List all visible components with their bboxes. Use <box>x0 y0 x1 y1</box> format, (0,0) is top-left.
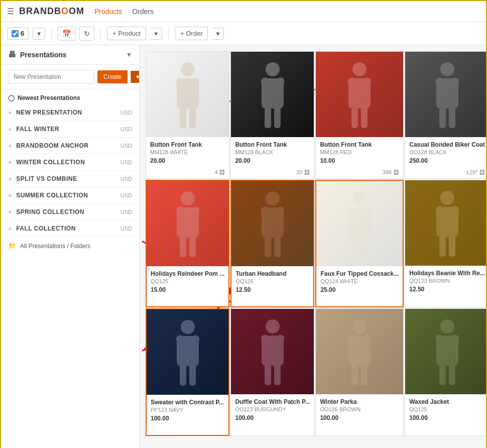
product-info-6: Faux Fur Tipped Cossack... QQ124 WHITE 2… <box>316 266 403 297</box>
add-order-btn[interactable]: + Order <box>175 27 208 40</box>
product-card-7[interactable]: Holidays Beanie With Re... QQ123 BROWN 1… <box>405 180 486 307</box>
sidebar-item-plus-icon: + <box>8 208 12 216</box>
sidebar-item-currency: USD <box>120 192 132 198</box>
product-price-7: 12.50 <box>409 286 485 293</box>
svg-rect-21 <box>361 107 368 128</box>
svg-point-22 <box>440 62 454 76</box>
product-image-1 <box>231 52 314 137</box>
selected-count: 6 <box>21 30 24 37</box>
product-price-2: 10.00 <box>320 157 399 164</box>
product-name-6: Faux Fur Tipped Cossack... <box>320 270 399 277</box>
product-image-5 <box>231 181 313 266</box>
product-image-7 <box>405 180 486 266</box>
product-sku-4: QQ125 <box>151 278 224 284</box>
svg-rect-74 <box>439 364 446 385</box>
select-count-checkbox[interactable]: 6 <box>7 27 29 40</box>
calendar-icon-btn[interactable]: 📅 <box>58 27 75 41</box>
sidebar-chevron-icon[interactable]: ▼ <box>126 51 132 58</box>
folder-icon: 📁 <box>8 242 16 250</box>
product-card-4[interactable]: Holidays Reindeer Pom ... QQ125 15.00 <box>146 180 229 307</box>
newest-presentations-label: Newest Presentations <box>18 94 80 101</box>
product-info-8: Sweater with Contrast P... PP123 NAVY 10… <box>147 395 228 426</box>
count-dropdown-btn[interactable]: ▼ <box>33 28 45 40</box>
product-card-5[interactable]: Turban Headband QQ125 12.50 <box>230 180 314 307</box>
svg-rect-75 <box>449 364 455 385</box>
product-name-2: Button Front Tank <box>320 141 399 148</box>
sidebar-item-plus-icon: + <box>8 191 12 199</box>
new-presentation-form: Create ▼ <box>1 65 139 89</box>
content-area: Button Front Tank MM128 WHITE 20.00 4 🖼 <box>140 45 486 448</box>
product-name-0: Button Front Tank <box>150 141 225 148</box>
product-name-7: Holidays Beanie With Re... <box>409 270 485 277</box>
product-card-10[interactable]: Winter Parka OO126 BROWN 100.00 <box>315 308 404 436</box>
sidebar-item-label: FALL WINTER <box>16 126 120 133</box>
product-name-3: Casual Bonded Biker Coat <box>409 141 485 148</box>
product-name-11: Waxed Jacket <box>409 398 485 405</box>
sidebar-item-1[interactable]: + FALL WINTER USD <box>1 121 139 138</box>
product-card-8[interactable]: Sweater with Contrast P... PP123 NAVY 10… <box>146 308 229 436</box>
main-layout: 🖶 Presentations ▼ Create ▼ ◯ Newest Pres… <box>1 45 486 448</box>
nav-orders[interactable]: Orders <box>132 8 154 16</box>
product-card-11[interactable]: Waxed Jacket QQ125 100.00 <box>405 308 486 436</box>
add-product-btn[interactable]: + Product <box>107 27 146 40</box>
all-presentations-link[interactable]: 📁 All Presentations / Folders <box>1 237 139 255</box>
create-btn[interactable]: Create <box>97 70 128 83</box>
product-price-10: 100.00 <box>320 414 399 421</box>
sidebar-item-3[interactable]: + WINTER COLLECTION USD <box>1 154 139 171</box>
nav-links: Products Orders <box>94 8 154 16</box>
svg-point-28 <box>181 191 195 205</box>
toolbar-divider-2 <box>100 28 101 40</box>
svg-rect-27 <box>449 107 455 128</box>
product-card-6[interactable]: Faux Fur Tipped Cossack... QQ124 WHITE 2… <box>315 180 404 307</box>
sidebar-item-5[interactable]: + SUMMER COLLECTION USD <box>1 187 139 204</box>
sidebar-item-plus-icon: + <box>8 225 12 233</box>
svg-rect-50 <box>439 236 446 257</box>
new-presentation-input[interactable] <box>8 70 94 84</box>
clock-icon: ◯ <box>8 94 15 101</box>
svg-rect-26 <box>439 107 446 128</box>
svg-point-40 <box>352 191 367 205</box>
product-info-4: Holidays Reindeer Pom ... QQ125 15.00 <box>147 266 228 297</box>
sidebar: 🖶 Presentations ▼ Create ▼ ◯ Newest Pres… <box>1 45 140 448</box>
product-card-9[interactable]: Duffle Coat With Patch P... OO123 BURGUN… <box>230 308 314 436</box>
sidebar-item-0[interactable]: + NEW PRESENTATION USD <box>1 104 139 121</box>
sidebar-item-7[interactable]: + FALL COLLECTION USD <box>1 220 139 237</box>
svg-point-10 <box>266 62 280 76</box>
product-sku-0: MM128 WHITE <box>150 149 225 155</box>
add-order-dropdown[interactable]: ▼ <box>212 28 224 40</box>
product-sku-10: OO126 BROWN <box>320 406 399 412</box>
create-dropdown-btn[interactable]: ▼ <box>131 71 140 83</box>
product-image-3 <box>405 52 486 137</box>
add-product-dropdown[interactable]: ▼ <box>150 28 162 40</box>
sidebar-item-label: BRANDBOOM ANCHOR <box>16 142 120 149</box>
product-count-3: 129* <box>466 169 477 175</box>
sidebar-item-label: SPLIT VS COMBINE <box>16 175 120 182</box>
sidebar-item-label: SPRING COLLECTION <box>16 208 120 215</box>
product-image-11 <box>405 309 486 394</box>
product-price-8: 100.00 <box>151 415 224 422</box>
hamburger-icon[interactable]: ☰ <box>7 7 14 16</box>
product-image-6 <box>316 181 403 266</box>
sidebar-item-label: WINTER COLLECTION <box>16 159 120 166</box>
nav-products[interactable]: Products <box>94 8 122 16</box>
sidebar-item-2[interactable]: + BRANDBOOM ANCHOR USD <box>1 138 139 154</box>
product-card-0[interactable]: Button Front Tank MM128 WHITE 20.00 4 🖼 <box>146 51 229 179</box>
toolbar: 6 ▼ 📅 ↻ + Product ▼ + Order ▼ <box>1 22 486 45</box>
svg-rect-14 <box>265 107 271 128</box>
product-card-1[interactable]: Button Front Tank MM128 BLACK 20.00 20 🖼 <box>230 51 314 179</box>
svg-rect-38 <box>265 236 271 257</box>
product-sku-2: MM128 RED <box>320 149 399 155</box>
sidebar-item-4[interactable]: + SPLIT VS COMBINE USD <box>1 171 139 187</box>
product-info-9: Duffle Coat With Patch P... OO123 BURGUN… <box>231 394 314 425</box>
select-all-checkbox[interactable] <box>12 30 19 37</box>
product-card-2[interactable]: Button Front Tank MM128 RED 10.00 396 🖼 <box>315 51 404 179</box>
product-price-3: 250.00 <box>409 157 485 164</box>
product-price-11: 100.00 <box>409 414 485 421</box>
svg-rect-56 <box>180 365 186 386</box>
svg-point-46 <box>440 191 454 205</box>
product-name-5: Turban Headband <box>235 270 309 277</box>
svg-rect-68 <box>351 364 358 385</box>
product-card-3[interactable]: Casual Bonded Biker Coat OO128 BLACK 250… <box>405 51 486 179</box>
refresh-icon-btn[interactable]: ↻ <box>79 27 94 41</box>
sidebar-item-6[interactable]: + SPRING COLLECTION USD <box>1 204 139 220</box>
